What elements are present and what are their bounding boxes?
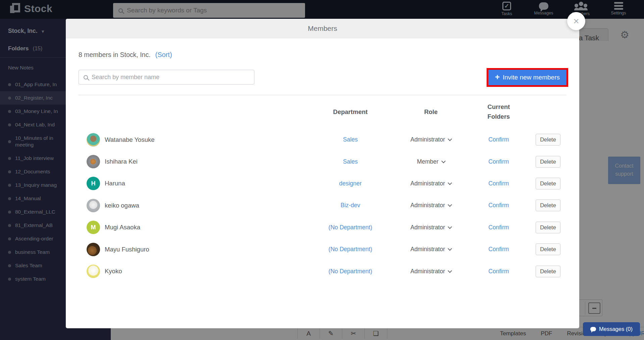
department-link[interactable]: Biz-dev (307, 202, 394, 209)
app-root: Stock ✓ Tasks Messages Members Settings (0, 0, 644, 340)
member-name: Mugi Asaoka (105, 224, 140, 231)
avatar (87, 199, 100, 212)
avatar (87, 155, 100, 168)
sort-link[interactable]: (Sort) (155, 51, 172, 58)
confirm-link[interactable]: Confirm (468, 136, 530, 143)
department-link[interactable]: (No Department) (307, 224, 394, 231)
avatar: H (87, 177, 100, 190)
member-name: Mayu Fushiguro (105, 246, 149, 253)
plus-icon: + (495, 73, 500, 81)
chevron-down-icon (448, 225, 452, 229)
role-dropdown[interactable]: Administrator (394, 180, 468, 187)
column-current-folders: Current Folders (468, 102, 530, 121)
chevron-down-icon (448, 137, 452, 141)
department-link[interactable]: designer (307, 180, 394, 187)
chevron-down-icon (448, 246, 452, 251)
delete-button[interactable]: Delete (536, 156, 560, 168)
member-name: Haruna (105, 180, 125, 187)
department-link[interactable]: (No Department) (307, 246, 394, 253)
messages-bubble-icon (590, 327, 596, 331)
role-dropdown[interactable]: Administrator (394, 246, 468, 253)
chevron-down-icon (448, 181, 452, 185)
members-table-header: Department Role Current Folders (79, 95, 566, 129)
confirm-link[interactable]: Confirm (468, 246, 530, 253)
delete-button[interactable]: Delete (536, 266, 560, 277)
member-row: Ishihara Kei Sales Member Confirm Delete (79, 151, 566, 172)
delete-button[interactable]: Delete (536, 178, 560, 189)
member-row: Mayu Fushiguro (No Department) Administr… (79, 238, 566, 260)
invite-highlight-box: + Invite new members (487, 68, 568, 87)
role-dropdown[interactable]: Administrator (394, 202, 468, 209)
member-row: H Haruna designer Administrator Confirm … (79, 173, 566, 194)
confirm-link[interactable]: Confirm (468, 158, 530, 165)
members-summary: 8 members in Stock, Inc.(Sort) (79, 51, 172, 59)
delete-button[interactable]: Delete (536, 222, 560, 233)
member-search[interactable] (79, 70, 254, 84)
member-name: Kyoko (105, 268, 122, 275)
member-row: Kyoko (No Department) Administrator Conf… (79, 260, 566, 282)
messages-button[interactable]: Messages (0) (583, 322, 640, 336)
invite-new-members-button[interactable]: + Invite new members (488, 70, 566, 85)
avatar: M (87, 221, 100, 234)
role-dropdown[interactable]: Administrator (394, 136, 468, 143)
member-name: keiko ogawa (105, 202, 139, 209)
search-icon (84, 75, 88, 79)
confirm-link[interactable]: Confirm (468, 202, 530, 209)
confirm-link[interactable]: Confirm (468, 180, 530, 187)
department-link[interactable]: Sales (307, 158, 394, 165)
delete-button[interactable]: Delete (536, 134, 560, 146)
members-table: Department Role Current Folders Watanabe… (79, 95, 566, 282)
role-dropdown[interactable]: Member (394, 158, 468, 165)
delete-button[interactable]: Delete (536, 243, 560, 255)
close-icon[interactable]: × (567, 12, 585, 30)
role-dropdown[interactable]: Administrator (394, 268, 468, 275)
department-link[interactable]: Sales (307, 136, 394, 143)
modal-title: Members (66, 19, 579, 38)
avatar (87, 265, 100, 278)
member-name: Ishihara Kei (105, 158, 138, 165)
role-dropdown[interactable]: Administrator (394, 224, 468, 231)
members-modal: Members 8 members in Stock, Inc.(Sort) +… (66, 19, 579, 328)
member-name: Watanabe Yosuke (105, 136, 154, 144)
confirm-link[interactable]: Confirm (468, 224, 530, 231)
department-link[interactable]: (No Department) (307, 268, 394, 275)
avatar (87, 133, 100, 147)
chevron-down-icon (441, 159, 446, 163)
member-row: M Mugi Asaoka (No Department) Administra… (79, 217, 566, 238)
member-search-input[interactable] (92, 74, 249, 81)
confirm-link[interactable]: Confirm (468, 268, 530, 275)
chevron-down-icon (448, 203, 452, 207)
delete-button[interactable]: Delete (536, 200, 560, 211)
member-row: keiko ogawa Biz-dev Administrator Confir… (79, 194, 566, 216)
avatar (87, 243, 100, 256)
member-row: Watanabe Yosuke Sales Administrator Conf… (79, 129, 566, 151)
column-role: Role (394, 108, 468, 116)
column-department: Department (307, 108, 394, 116)
chevron-down-icon (448, 269, 452, 273)
